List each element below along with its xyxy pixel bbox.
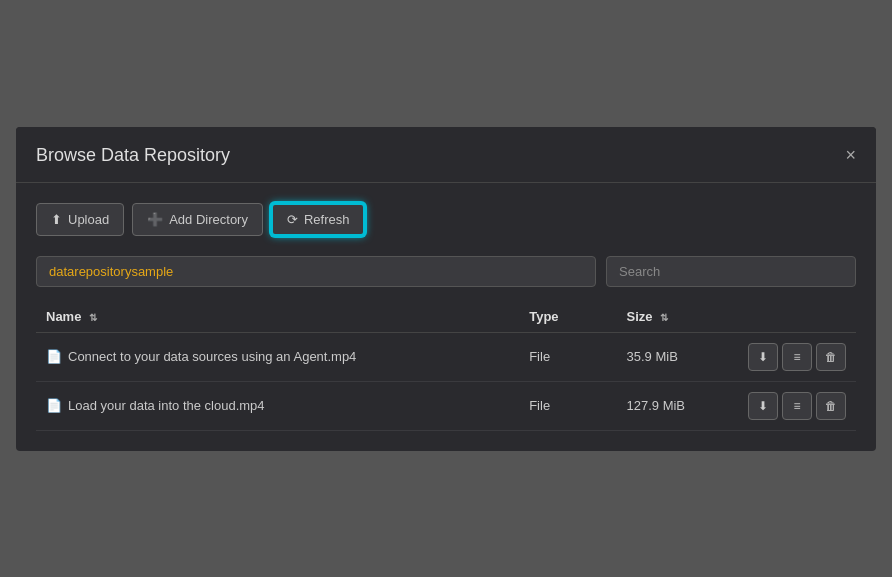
- sort-size-icon: ⇅: [660, 312, 668, 323]
- refresh-icon: ⟳: [287, 212, 298, 227]
- file-table: Name ⇅ Type Size ⇅ 📄Connect to your data…: [36, 301, 856, 431]
- row-actions-cell: ⬇≡🗑: [738, 332, 856, 381]
- close-button[interactable]: ×: [845, 146, 856, 164]
- col-name: Name ⇅: [36, 301, 519, 333]
- row-actions: ⬇≡🗑: [748, 343, 846, 371]
- add-directory-label: Add Directory: [169, 212, 248, 227]
- download-button[interactable]: ⬇: [748, 343, 778, 371]
- file-controls: [36, 256, 856, 287]
- add-directory-button[interactable]: ➕ Add Directory: [132, 203, 263, 236]
- info-button[interactable]: ≡: [782, 343, 812, 371]
- search-input[interactable]: [606, 256, 856, 287]
- col-actions: [738, 301, 856, 333]
- file-size-cell: 127.9 MiB: [617, 381, 739, 430]
- sort-name-icon: ⇅: [89, 312, 97, 323]
- refresh-button[interactable]: ⟳ Refresh: [271, 203, 366, 236]
- upload-button[interactable]: ⬆ Upload: [36, 203, 124, 236]
- toolbar: ⬆ Upload ➕ Add Directory ⟳ Refresh: [36, 203, 856, 236]
- file-icon: 📄: [46, 398, 62, 413]
- col-type: Type: [519, 301, 616, 333]
- file-icon: 📄: [46, 349, 62, 364]
- delete-button[interactable]: 🗑: [816, 343, 846, 371]
- file-type-cell: File: [519, 381, 616, 430]
- download-button[interactable]: ⬇: [748, 392, 778, 420]
- modal-body: ⬆ Upload ➕ Add Directory ⟳ Refresh Name …: [16, 183, 876, 451]
- file-type-cell: File: [519, 332, 616, 381]
- path-input[interactable]: [36, 256, 596, 287]
- add-icon: ➕: [147, 212, 163, 227]
- row-actions: ⬇≡🗑: [748, 392, 846, 420]
- table-row: 📄Connect to your data sources using an A…: [36, 332, 856, 381]
- table-row: 📄Load your data into the cloud.mp4File12…: [36, 381, 856, 430]
- file-name-cell: 📄Load your data into the cloud.mp4: [36, 381, 519, 430]
- table-header: Name ⇅ Type Size ⇅: [36, 301, 856, 333]
- row-actions-cell: ⬇≡🗑: [738, 381, 856, 430]
- delete-button[interactable]: 🗑: [816, 392, 846, 420]
- modal-title: Browse Data Repository: [36, 145, 230, 166]
- col-size: Size ⇅: [617, 301, 739, 333]
- file-size-cell: 35.9 MiB: [617, 332, 739, 381]
- browse-repository-modal: Browse Data Repository × ⬆ Upload ➕ Add …: [16, 127, 876, 451]
- table-body: 📄Connect to your data sources using an A…: [36, 332, 856, 430]
- upload-icon: ⬆: [51, 212, 62, 227]
- info-button[interactable]: ≡: [782, 392, 812, 420]
- modal-header: Browse Data Repository ×: [16, 127, 876, 183]
- refresh-label: Refresh: [304, 212, 350, 227]
- file-name-cell: 📄Connect to your data sources using an A…: [36, 332, 519, 381]
- upload-label: Upload: [68, 212, 109, 227]
